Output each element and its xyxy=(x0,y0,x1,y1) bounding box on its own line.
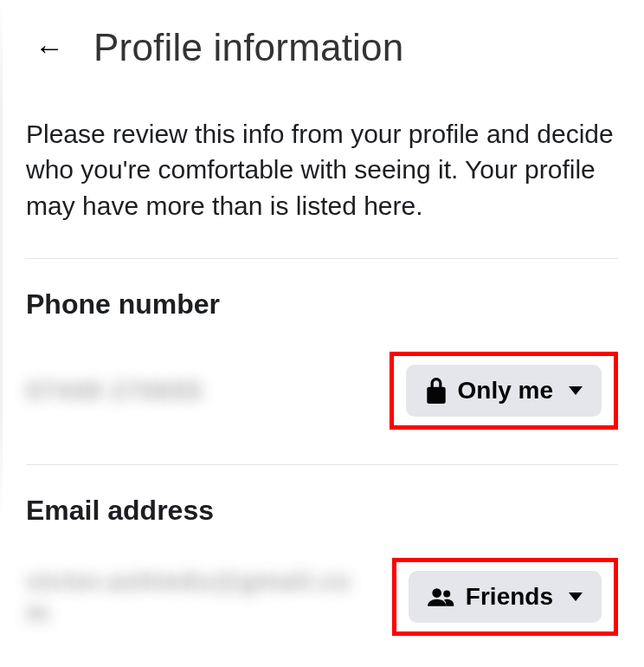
caret-down-icon xyxy=(569,593,583,601)
svg-point-0 xyxy=(432,588,441,598)
email-section: Email address victor.ashiedu@gmail.com F… xyxy=(0,465,644,667)
left-shadow xyxy=(0,0,3,520)
phone-audience-selector[interactable]: Only me xyxy=(406,365,602,417)
description-text: Please review this info from your profil… xyxy=(0,87,644,258)
svg-point-1 xyxy=(443,591,450,598)
phone-section-title: Phone number xyxy=(26,288,618,321)
email-section-title: Email address xyxy=(26,495,618,527)
email-audience-selector[interactable]: Friends xyxy=(409,571,602,623)
phone-audience-label: Only me xyxy=(458,377,553,405)
phone-audience-highlight: Only me xyxy=(390,352,618,430)
page-title: Profile information xyxy=(93,26,403,69)
email-audience-highlight: Friends xyxy=(392,558,618,636)
email-value: victor.ashiedu@gmail.com xyxy=(26,566,355,628)
email-row: victor.ashiedu@gmail.com Friends xyxy=(26,558,618,636)
friends-icon xyxy=(428,586,455,607)
phone-value: 07449 270655 xyxy=(26,375,203,406)
email-audience-label: Friends xyxy=(466,583,553,611)
phone-section: Phone number 07449 270655 Only me xyxy=(0,259,644,464)
lock-icon xyxy=(425,378,448,404)
caret-down-icon xyxy=(569,386,583,395)
back-button[interactable]: ← xyxy=(35,33,64,62)
phone-row: 07449 270655 Only me xyxy=(26,352,618,430)
header: ← Profile information xyxy=(0,0,644,87)
